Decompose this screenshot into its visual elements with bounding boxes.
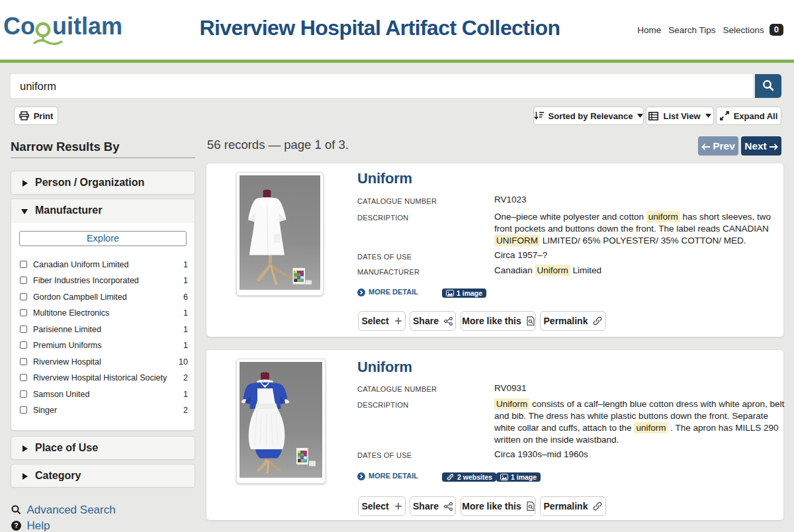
svg-text:?: ? [14,522,18,529]
